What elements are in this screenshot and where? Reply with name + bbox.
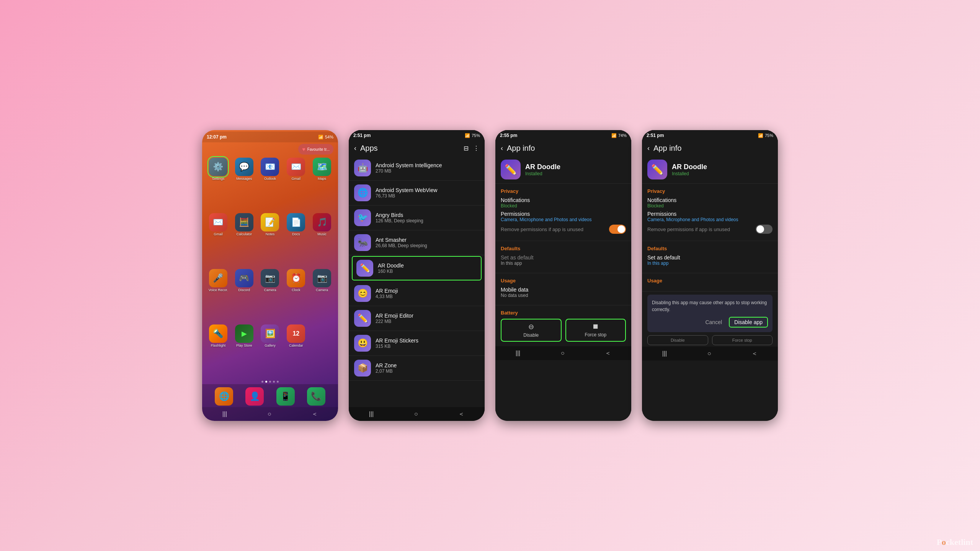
app-play-store[interactable]: ▶ Play Store: [233, 324, 256, 377]
nav-home-p3[interactable]: ○: [561, 350, 565, 357]
set-default-row-p4[interactable]: Set as default In this app: [647, 254, 773, 266]
back-button-p4[interactable]: ‹: [647, 144, 650, 152]
battery-buttons-p3: ⊖ Disable ⏹ Force stop: [501, 319, 626, 342]
nav-back-p3[interactable]: ＜: [605, 349, 611, 357]
bottom-buttons-p4: Disable Force stop: [642, 335, 778, 347]
app-music[interactable]: 🎵 Music: [310, 213, 333, 266]
ar-emoji-editor-info: AR Emoji Editor 222 MB: [376, 313, 413, 324]
nav-home-p1[interactable]: ○: [268, 411, 271, 417]
dock-phone[interactable]: 📞: [302, 387, 330, 406]
force-stop-btn-p3[interactable]: ⏹ Force stop: [565, 319, 626, 342]
ar-zone-icon: 📦: [354, 360, 371, 377]
app-calculator[interactable]: 🧮 Calculator: [233, 213, 256, 266]
list-item-ar-doodle[interactable]: ✏️ AR Doodle 160 KB: [352, 256, 482, 280]
camera2-label: Camera: [316, 289, 328, 292]
force-stop-bottom-p4[interactable]: Force stop: [712, 335, 773, 345]
back-button-p3[interactable]: ‹: [501, 144, 503, 152]
ar-emoji-info: AR Emoji 4,33 MB: [376, 288, 398, 299]
more-icon[interactable]: ⋮: [473, 145, 479, 152]
nav-back-p2[interactable]: ＜: [458, 410, 464, 418]
list-item-ar-emoji-editor[interactable]: ✏️ AR Emoji Editor 222 MB: [349, 306, 485, 331]
list-item-ar-emoji[interactable]: 😊 AR Emoji 4,33 MB: [349, 281, 485, 306]
nav-menu-p2[interactable]: |||: [369, 411, 374, 417]
asi-info: Android System Intelligence 270 MB: [376, 162, 442, 174]
app-messages[interactable]: 💬 Messages: [233, 158, 256, 210]
nav-menu-p3[interactable]: |||: [516, 350, 520, 357]
remove-perm-toggle-p3[interactable]: [609, 225, 626, 234]
nav-back-p1[interactable]: ＜: [312, 410, 318, 418]
app-discord[interactable]: 🎮 Discord: [233, 269, 256, 321]
nav-home-p4[interactable]: ○: [707, 350, 711, 357]
back-button-p2[interactable]: ‹: [354, 144, 356, 152]
app-notes[interactable]: 📝 Notes: [259, 213, 282, 266]
app-docs[interactable]: 📄 Docs: [284, 213, 307, 266]
set-default-value-p3: In this app: [501, 261, 626, 266]
app-dock: 🌐 👤 📱 📞: [202, 384, 338, 407]
permissions-row-p4[interactable]: Permissions Camera, Microphone and Photo…: [647, 211, 773, 222]
status-icons-p2: 📶 75%: [465, 133, 480, 138]
disable-dialog: Disabling this app may cause other apps …: [647, 295, 773, 332]
dot-4: [273, 381, 275, 383]
nav-back-p4[interactable]: ＜: [751, 350, 758, 358]
set-default-row-p3[interactable]: Set as default In this app: [501, 254, 626, 266]
ar-emoji-stickers-size: 315 KB: [376, 344, 418, 349]
nav-bar-p2: ||| ○ ＜: [349, 407, 485, 421]
dock-contacts[interactable]: 👤: [240, 387, 269, 406]
app-clock[interactable]: ⏰ Clock: [284, 269, 307, 321]
mobile-data-row-p3[interactable]: Mobile data No data used: [501, 287, 626, 298]
nav-bar-p1: ||| ○ ＜: [202, 407, 338, 421]
ar-zone-info: AR Zone 2,07 MB: [376, 362, 397, 374]
wifi-icon-p3: 📶: [611, 133, 617, 138]
app-camera[interactable]: 📷 Camera: [259, 269, 282, 321]
nav-home-p2[interactable]: ○: [414, 411, 418, 417]
nav-menu-p1[interactable]: |||: [222, 411, 227, 417]
app-flashlight[interactable]: 🔦 Flashlight: [207, 324, 230, 377]
dock-browser[interactable]: 🌐: [210, 387, 238, 406]
nav-menu-p4[interactable]: |||: [662, 350, 667, 357]
ar-emoji-stickers-icon: 😃: [354, 335, 371, 352]
ar-doodle-icon-lg-p3: ✏️: [501, 160, 521, 179]
app-outlook[interactable]: 📧 Outlook: [259, 158, 282, 210]
dock-whatsapp[interactable]: 📱: [271, 387, 300, 406]
usage-section-p4: Usage: [642, 273, 778, 292]
ar-zone-name: AR Zone: [376, 362, 397, 368]
signal-icon: 📶: [318, 135, 323, 140]
app-gmail2[interactable]: ✉️ Gmail: [207, 213, 230, 266]
notifications-row-p3[interactable]: Notifications Blocked: [501, 197, 626, 209]
app-gmail[interactable]: ✉️ Gmail: [284, 158, 307, 210]
app-voice-rec[interactable]: 🎤 Voice Recor.: [207, 269, 230, 321]
list-item-angry-birds[interactable]: 🐦 Angry Birds 126 MB, Deep sleeping: [349, 205, 485, 230]
remove-perm-label-p3: Remove permissions if app is unused: [501, 227, 583, 232]
app-settings[interactable]: ⚙️ Settings: [207, 158, 230, 210]
disable-btn-p3[interactable]: ⊖ Disable: [501, 319, 562, 342]
cancel-button-p4[interactable]: Cancel: [702, 317, 725, 328]
remove-perm-toggle-p4[interactable]: [756, 225, 773, 234]
perm-value-p3: Camera, Microphone and Photos and videos: [501, 217, 626, 222]
battery-section-p3: Battery ⊖ Disable ⏹ Force stop: [495, 305, 631, 346]
music-label: Music: [317, 233, 327, 236]
docs-icon: 📄: [287, 213, 305, 231]
notifications-row-p4[interactable]: Notifications Blocked: [647, 197, 773, 209]
angry-birds-name: Angry Birds: [376, 212, 423, 218]
app-calendar[interactable]: 12 Calendar: [284, 324, 307, 377]
favourite-widget[interactable]: ♥ Favourite tr...: [298, 144, 333, 155]
ar-emoji-editor-name: AR Emoji Editor: [376, 313, 413, 319]
app-maps[interactable]: 🗺️ Maps: [310, 158, 333, 210]
flashlight-label: Flashlight: [211, 344, 226, 348]
calculator-label: Calculator: [236, 233, 252, 236]
app-gallery[interactable]: 🖼️ Gallery: [259, 324, 282, 377]
disable-app-button-p4[interactable]: Disable app: [729, 317, 768, 328]
disable-bottom-p4[interactable]: Disable: [647, 335, 708, 345]
status-time-p3: 2:55 pm: [500, 133, 517, 138]
ar-emoji-editor-icon: ✏️: [354, 310, 371, 327]
permissions-row-p3[interactable]: Permissions Camera, Microphone and Photo…: [501, 211, 626, 222]
list-item-ar-zone[interactable]: 📦 AR Zone 2,07 MB: [349, 356, 485, 381]
list-item-ant-smasher[interactable]: 🐜 Ant Smasher 26,68 MB, Deep sleeping: [349, 230, 485, 255]
app-camera2[interactable]: 📷 Camera: [310, 269, 333, 321]
list-item-ar-emoji-stickers[interactable]: 😃 AR Emoji Stickers 315 KB: [349, 331, 485, 356]
ar-doodle-size: 160 KB: [378, 269, 404, 274]
list-item-aswv[interactable]: 🌐 Android System WebView 76,73 MB: [349, 181, 485, 205]
filter-icon[interactable]: ⊟: [464, 145, 469, 152]
list-item-asi[interactable]: 🤖 Android System Intelligence 270 MB: [349, 156, 485, 181]
outlook-icon: 📧: [261, 158, 279, 176]
